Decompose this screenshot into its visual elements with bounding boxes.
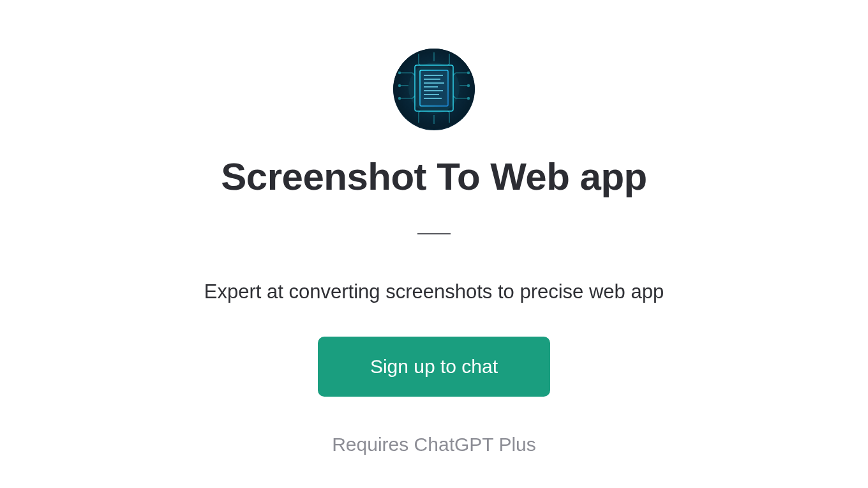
svg-point-6 (467, 97, 469, 99)
svg-point-16 (408, 63, 460, 114)
page-title: Screenshot To Web app (221, 155, 647, 199)
svg-point-2 (398, 84, 400, 86)
svg-point-4 (467, 72, 469, 73)
sign-up-button[interactable]: Sign up to chat (318, 337, 550, 397)
circuit-document-icon (393, 49, 475, 130)
requirement-note: Requires ChatGPT Plus (332, 434, 536, 455)
title-divider (417, 233, 451, 234)
svg-point-5 (467, 84, 469, 86)
page-subtitle: Expert at converting screenshots to prec… (204, 280, 664, 303)
app-avatar (393, 49, 475, 130)
svg-point-1 (398, 72, 400, 73)
svg-point-3 (398, 97, 400, 99)
